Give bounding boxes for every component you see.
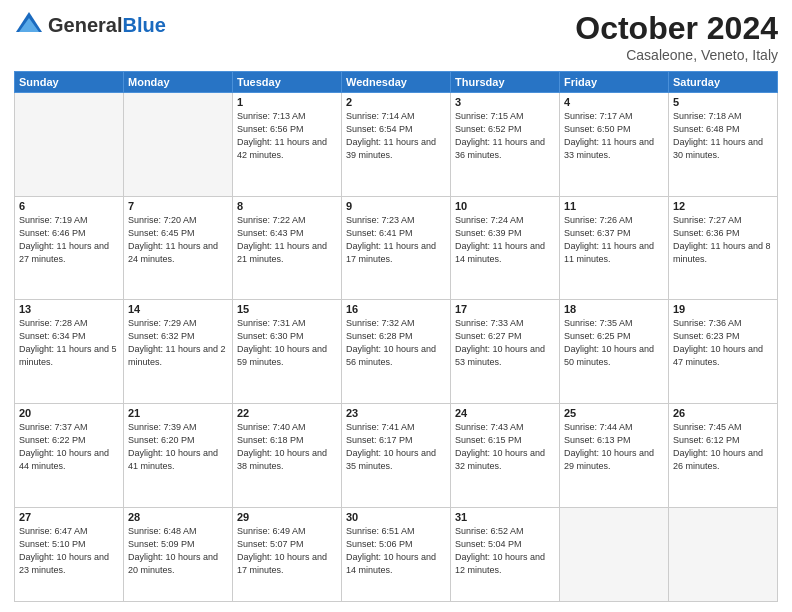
header: GeneralBlue October 2024 Casaleone, Vene…: [14, 10, 778, 63]
day-number: 15: [237, 303, 337, 315]
day-detail: Sunrise: 7:20 AM Sunset: 6:45 PM Dayligh…: [128, 214, 228, 266]
day-number: 16: [346, 303, 446, 315]
day-number: 22: [237, 407, 337, 419]
day-detail: Sunrise: 7:37 AM Sunset: 6:22 PM Dayligh…: [19, 421, 119, 473]
day-detail: Sunrise: 7:40 AM Sunset: 6:18 PM Dayligh…: [237, 421, 337, 473]
calendar-cell: 15Sunrise: 7:31 AM Sunset: 6:30 PM Dayli…: [233, 300, 342, 404]
day-detail: Sunrise: 6:51 AM Sunset: 5:06 PM Dayligh…: [346, 525, 446, 577]
day-number: 31: [455, 511, 555, 523]
calendar-cell: 7Sunrise: 7:20 AM Sunset: 6:45 PM Daylig…: [124, 196, 233, 300]
calendar-cell: 30Sunrise: 6:51 AM Sunset: 5:06 PM Dayli…: [342, 507, 451, 601]
calendar-cell: 29Sunrise: 6:49 AM Sunset: 5:07 PM Dayli…: [233, 507, 342, 601]
logo-text: GeneralBlue: [48, 15, 166, 35]
day-number: 20: [19, 407, 119, 419]
day-number: 5: [673, 96, 773, 108]
day-detail: Sunrise: 7:17 AM Sunset: 6:50 PM Dayligh…: [564, 110, 664, 162]
calendar-week-row: 13Sunrise: 7:28 AM Sunset: 6:34 PM Dayli…: [15, 300, 778, 404]
calendar-cell: 26Sunrise: 7:45 AM Sunset: 6:12 PM Dayli…: [669, 404, 778, 508]
weekday-header: Thursday: [451, 72, 560, 93]
day-number: 8: [237, 200, 337, 212]
day-detail: Sunrise: 7:22 AM Sunset: 6:43 PM Dayligh…: [237, 214, 337, 266]
calendar-cell: 28Sunrise: 6:48 AM Sunset: 5:09 PM Dayli…: [124, 507, 233, 601]
calendar-cell: 19Sunrise: 7:36 AM Sunset: 6:23 PM Dayli…: [669, 300, 778, 404]
calendar-cell: 27Sunrise: 6:47 AM Sunset: 5:10 PM Dayli…: [15, 507, 124, 601]
calendar-cell: 22Sunrise: 7:40 AM Sunset: 6:18 PM Dayli…: [233, 404, 342, 508]
day-detail: Sunrise: 6:48 AM Sunset: 5:09 PM Dayligh…: [128, 525, 228, 577]
calendar-table: SundayMondayTuesdayWednesdayThursdayFrid…: [14, 71, 778, 602]
page: GeneralBlue October 2024 Casaleone, Vene…: [0, 0, 792, 612]
day-number: 4: [564, 96, 664, 108]
day-number: 23: [346, 407, 446, 419]
calendar-cell: 8Sunrise: 7:22 AM Sunset: 6:43 PM Daylig…: [233, 196, 342, 300]
day-number: 30: [346, 511, 446, 523]
day-detail: Sunrise: 7:41 AM Sunset: 6:17 PM Dayligh…: [346, 421, 446, 473]
weekday-header: Saturday: [669, 72, 778, 93]
day-number: 3: [455, 96, 555, 108]
weekday-header-row: SundayMondayTuesdayWednesdayThursdayFrid…: [15, 72, 778, 93]
calendar-cell: 9Sunrise: 7:23 AM Sunset: 6:41 PM Daylig…: [342, 196, 451, 300]
calendar-cell: [15, 93, 124, 197]
calendar-cell: 13Sunrise: 7:28 AM Sunset: 6:34 PM Dayli…: [15, 300, 124, 404]
logo: GeneralBlue: [14, 10, 166, 40]
calendar-cell: 31Sunrise: 6:52 AM Sunset: 5:04 PM Dayli…: [451, 507, 560, 601]
day-detail: Sunrise: 7:28 AM Sunset: 6:34 PM Dayligh…: [19, 317, 119, 369]
day-number: 17: [455, 303, 555, 315]
calendar-cell: 4Sunrise: 7:17 AM Sunset: 6:50 PM Daylig…: [560, 93, 669, 197]
day-detail: Sunrise: 7:19 AM Sunset: 6:46 PM Dayligh…: [19, 214, 119, 266]
day-detail: Sunrise: 7:14 AM Sunset: 6:54 PM Dayligh…: [346, 110, 446, 162]
calendar-cell: 21Sunrise: 7:39 AM Sunset: 6:20 PM Dayli…: [124, 404, 233, 508]
calendar-week-row: 20Sunrise: 7:37 AM Sunset: 6:22 PM Dayli…: [15, 404, 778, 508]
title-block: October 2024 Casaleone, Veneto, Italy: [575, 10, 778, 63]
day-detail: Sunrise: 7:36 AM Sunset: 6:23 PM Dayligh…: [673, 317, 773, 369]
logo-icon: [14, 10, 44, 40]
day-detail: Sunrise: 7:13 AM Sunset: 6:56 PM Dayligh…: [237, 110, 337, 162]
calendar-week-row: 6Sunrise: 7:19 AM Sunset: 6:46 PM Daylig…: [15, 196, 778, 300]
calendar-cell: 16Sunrise: 7:32 AM Sunset: 6:28 PM Dayli…: [342, 300, 451, 404]
day-number: 10: [455, 200, 555, 212]
day-number: 19: [673, 303, 773, 315]
day-detail: Sunrise: 7:35 AM Sunset: 6:25 PM Dayligh…: [564, 317, 664, 369]
weekday-header: Tuesday: [233, 72, 342, 93]
day-detail: Sunrise: 6:52 AM Sunset: 5:04 PM Dayligh…: [455, 525, 555, 577]
month-title: October 2024: [575, 10, 778, 47]
day-detail: Sunrise: 7:15 AM Sunset: 6:52 PM Dayligh…: [455, 110, 555, 162]
calendar-cell: 1Sunrise: 7:13 AM Sunset: 6:56 PM Daylig…: [233, 93, 342, 197]
calendar-cell: 12Sunrise: 7:27 AM Sunset: 6:36 PM Dayli…: [669, 196, 778, 300]
day-detail: Sunrise: 7:31 AM Sunset: 6:30 PM Dayligh…: [237, 317, 337, 369]
calendar-cell: 25Sunrise: 7:44 AM Sunset: 6:13 PM Dayli…: [560, 404, 669, 508]
day-detail: Sunrise: 7:45 AM Sunset: 6:12 PM Dayligh…: [673, 421, 773, 473]
day-number: 13: [19, 303, 119, 315]
day-number: 11: [564, 200, 664, 212]
day-detail: Sunrise: 7:44 AM Sunset: 6:13 PM Dayligh…: [564, 421, 664, 473]
day-number: 24: [455, 407, 555, 419]
day-detail: Sunrise: 7:32 AM Sunset: 6:28 PM Dayligh…: [346, 317, 446, 369]
weekday-header: Wednesday: [342, 72, 451, 93]
day-detail: Sunrise: 7:39 AM Sunset: 6:20 PM Dayligh…: [128, 421, 228, 473]
day-number: 21: [128, 407, 228, 419]
calendar-cell: [124, 93, 233, 197]
calendar-cell: 6Sunrise: 7:19 AM Sunset: 6:46 PM Daylig…: [15, 196, 124, 300]
calendar-cell: 23Sunrise: 7:41 AM Sunset: 6:17 PM Dayli…: [342, 404, 451, 508]
day-number: 12: [673, 200, 773, 212]
day-detail: Sunrise: 7:27 AM Sunset: 6:36 PM Dayligh…: [673, 214, 773, 266]
calendar-cell: 2Sunrise: 7:14 AM Sunset: 6:54 PM Daylig…: [342, 93, 451, 197]
calendar-cell: 10Sunrise: 7:24 AM Sunset: 6:39 PM Dayli…: [451, 196, 560, 300]
calendar-week-row: 27Sunrise: 6:47 AM Sunset: 5:10 PM Dayli…: [15, 507, 778, 601]
day-number: 28: [128, 511, 228, 523]
calendar-cell: 18Sunrise: 7:35 AM Sunset: 6:25 PM Dayli…: [560, 300, 669, 404]
calendar-cell: [560, 507, 669, 601]
day-detail: Sunrise: 6:47 AM Sunset: 5:10 PM Dayligh…: [19, 525, 119, 577]
day-detail: Sunrise: 7:18 AM Sunset: 6:48 PM Dayligh…: [673, 110, 773, 162]
day-number: 25: [564, 407, 664, 419]
day-detail: Sunrise: 7:29 AM Sunset: 6:32 PM Dayligh…: [128, 317, 228, 369]
day-number: 1: [237, 96, 337, 108]
calendar-cell: 24Sunrise: 7:43 AM Sunset: 6:15 PM Dayli…: [451, 404, 560, 508]
calendar-cell: 20Sunrise: 7:37 AM Sunset: 6:22 PM Dayli…: [15, 404, 124, 508]
day-number: 9: [346, 200, 446, 212]
calendar-cell: 3Sunrise: 7:15 AM Sunset: 6:52 PM Daylig…: [451, 93, 560, 197]
day-detail: Sunrise: 7:43 AM Sunset: 6:15 PM Dayligh…: [455, 421, 555, 473]
weekday-header: Sunday: [15, 72, 124, 93]
subtitle: Casaleone, Veneto, Italy: [575, 47, 778, 63]
day-detail: Sunrise: 6:49 AM Sunset: 5:07 PM Dayligh…: [237, 525, 337, 577]
day-detail: Sunrise: 7:23 AM Sunset: 6:41 PM Dayligh…: [346, 214, 446, 266]
